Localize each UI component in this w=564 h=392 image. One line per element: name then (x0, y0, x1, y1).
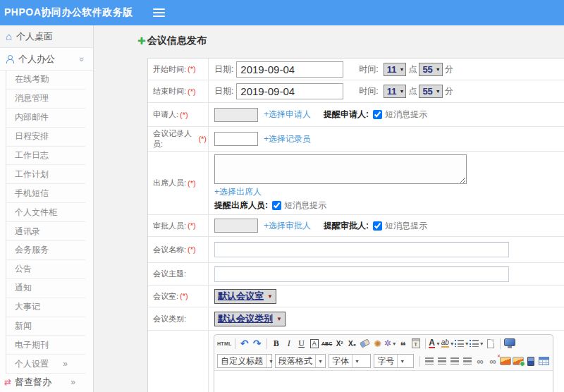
approver-input[interactable] (214, 219, 258, 233)
new-page-icon[interactable] (484, 337, 497, 350)
paragraph-format-dropdown[interactable]: 段落格式▼ (275, 354, 326, 368)
start-minute-select[interactable]: 55 ▼ (419, 63, 442, 76)
choose-attendees-link[interactable]: +选择出席人 (214, 186, 262, 198)
meeting-topic-input[interactable] (214, 267, 509, 282)
label-text: 会议记录人员: (153, 128, 197, 149)
chevron-down-icon: ▼ (450, 341, 455, 346)
align-justify-icon[interactable] (461, 355, 474, 367)
border-text-icon[interactable]: A (308, 337, 321, 350)
end-minute-select[interactable]: 55 ▼ (419, 85, 442, 98)
end-date-input[interactable] (236, 83, 343, 99)
meeting-name-input[interactable] (214, 242, 509, 257)
applicant-sms-checkbox[interactable] (373, 110, 382, 119)
bold-icon[interactable]: B (270, 337, 283, 350)
attendees-textarea[interactable] (214, 154, 467, 184)
highlight-color-icon[interactable]: ab▼ (441, 337, 455, 350)
required-mark: (*) (198, 135, 207, 143)
strikethrough-icon[interactable]: ABC (321, 337, 333, 350)
app-title: PHPOA协同办公软件政务版 (0, 6, 133, 19)
subscript-icon[interactable]: X₂ (346, 337, 359, 350)
hour-value: 11 (387, 86, 397, 97)
font-color-icon[interactable]: A▼ (429, 337, 441, 350)
chevron-down-icon: ▼ (436, 89, 441, 94)
insert-table-icon[interactable] (537, 355, 550, 367)
sidebar-item-online-attendance[interactable]: 在线考勤 (6, 71, 85, 90)
approver-sms-checkbox[interactable] (373, 221, 382, 231)
meeting-room-select[interactable]: 默认会议室 ▼ (214, 289, 276, 304)
richtext-editor: HTML ↶ ↷ B I U A ABC X² X₂ (214, 334, 553, 392)
clear-format-icon[interactable]: ✺ (372, 337, 384, 350)
sidebar-item-message-management[interactable]: 消息管理 (6, 90, 85, 109)
unordered-list-icon[interactable]: ▼ (470, 337, 484, 350)
meeting-category-select[interactable]: 默认会议类别 ▼ (214, 312, 286, 326)
sidebar-item-contacts[interactable]: 通讯录 (6, 222, 85, 241)
sidebar-item-supervision[interactable]: ⇄ 督查督办 » (0, 374, 93, 391)
main-content: ✚ 会议信息发布 开始时间: (*) 日期: 时间: 11 ▼ 点 (94, 25, 564, 392)
sidebar-item-office[interactable]: 个人办公 » (0, 48, 93, 71)
sms-label: 短消息提示 (385, 220, 427, 232)
chevron-down-icon: ▼ (352, 355, 362, 367)
editor-content-area[interactable] (214, 370, 553, 392)
italic-icon[interactable]: I (283, 337, 295, 350)
page-title-text: 会议信息发布 (147, 35, 207, 47)
sidebar-item-schedule[interactable]: 日程安排 (6, 128, 85, 147)
choose-approver-link[interactable]: +选择审批人 (264, 220, 311, 232)
paste-text-icon[interactable]: T (410, 337, 422, 350)
attendees-label: 出席人员: (*) (148, 152, 209, 214)
upload-image-icon[interactable] (512, 355, 525, 367)
font-color-glyph: A (429, 339, 435, 348)
sidebar-item-notice[interactable]: 通知 (6, 279, 85, 298)
custom-title-dropdown[interactable]: 自定义标题▼ (217, 354, 272, 368)
undo-icon[interactable]: ↶ (238, 337, 251, 350)
end-hour-select[interactable]: 11 ▼ (384, 85, 407, 98)
html-source-button[interactable]: HTML (217, 337, 232, 350)
date-label: 日期: (214, 85, 233, 97)
sidebar-item-e-journal[interactable]: 电子期刊 (6, 336, 85, 355)
sidebar-item-work-plan[interactable]: 工作计划 (6, 165, 85, 184)
sidebar-item-news[interactable]: 新闻 (6, 317, 85, 336)
highlight-glyph: ab (441, 339, 449, 348)
ordered-list-icon[interactable]: ▼ (455, 337, 470, 350)
image-glyph (500, 357, 511, 365)
applicant-input[interactable] (214, 108, 258, 122)
chevron-down-icon: ▼ (267, 293, 273, 300)
font-family-dropdown[interactable]: 字体▼ (329, 354, 371, 368)
remove-link-icon[interactable]: ∞ (486, 355, 499, 367)
home-icon: ⌂ (6, 31, 12, 42)
superscript-icon[interactable]: X² (333, 337, 346, 350)
choose-applicant-link[interactable]: +选择申请人 (264, 109, 311, 121)
sidebar-item-personal-settings[interactable]: 个人设置 » (6, 355, 85, 374)
eraser-icon[interactable] (359, 337, 372, 350)
chevron-down-icon: ▼ (436, 341, 441, 346)
sidebar-item-memorabilia[interactable]: 大事记 (6, 298, 85, 317)
insert-hr-icon[interactable] (525, 355, 537, 367)
redo-icon[interactable]: ↷ (251, 337, 264, 350)
align-center-icon[interactable] (436, 355, 448, 367)
sidebar-item-internal-mail[interactable]: 内部邮件 (6, 109, 85, 128)
attendees-sms-checkbox[interactable] (272, 201, 281, 210)
sidebar-item-meeting-service[interactable]: 会务服务 (6, 241, 85, 260)
sidebar-item-announcement[interactable]: 公告 (6, 260, 85, 279)
start-date-input[interactable] (236, 61, 343, 78)
sidebar-item-personal-files[interactable]: 个人文件柜 (6, 203, 85, 222)
sidebar-item-label: 个人办公 (18, 53, 55, 66)
insert-image-icon[interactable] (499, 355, 512, 367)
meeting-category-field: 默认会议类别 ▼ (209, 307, 564, 330)
recorder-input[interactable] (214, 132, 258, 146)
fullscreen-icon[interactable] (503, 337, 516, 350)
start-hour-select[interactable]: 11 ▼ (384, 63, 407, 76)
choose-recorder-link[interactable]: +选择记录员 (264, 133, 311, 145)
sidebar-item-work-log[interactable]: 工作日志 (6, 147, 85, 166)
hamburger-menu-icon[interactable] (153, 6, 165, 19)
blockquote-icon[interactable]: ❝ (397, 337, 410, 350)
meeting-form: 开始时间: (*) 日期: 时间: 11 ▼ 点 55 ▼ (147, 58, 564, 392)
font-size-dropdown[interactable]: 字号▼ (374, 354, 414, 368)
align-right-icon[interactable] (448, 355, 461, 367)
underline-icon[interactable]: U (295, 337, 308, 350)
format-painter-icon[interactable]: ✲▼ (384, 337, 397, 350)
align-left-icon[interactable] (423, 355, 436, 367)
start-time-label: 开始时间: (*) (148, 59, 209, 80)
insert-link-icon[interactable]: ∞ (474, 355, 486, 367)
sidebar-item-desktop[interactable]: ⌂ 个人桌面 (0, 25, 93, 48)
sidebar-item-sms[interactable]: 手机短信 (6, 184, 85, 203)
